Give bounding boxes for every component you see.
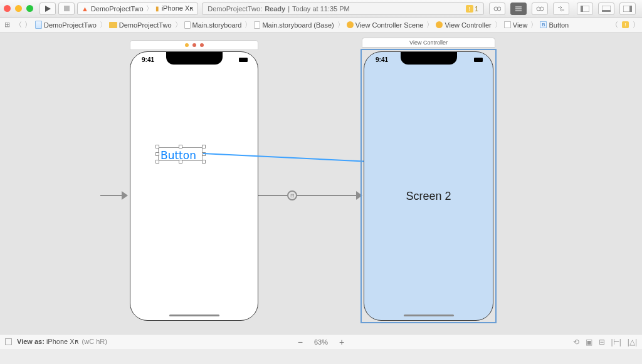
scene2-title: View Controller [409,39,448,46]
handle-mid-left[interactable] [155,152,159,156]
crumb-label: DemoProjectTwo [119,21,172,29]
first-responder-icon [192,43,196,47]
scheme-selector[interactable]: ▲ DemoProjectTwo 〉 ▮ iPhone Xʀ [77,3,198,15]
toggle-inspector-button[interactable] [619,3,636,15]
statusbar-time: 9:41 [142,56,154,63]
crumb-group[interactable]: DemoProjectTwo〉 [109,20,183,29]
crumb-storyboard[interactable]: Main.storyboard〉 [184,20,253,29]
interface-builder-canvas[interactable]: 9:41 Button ⊟ View Controller 9:41 Scr [0,33,642,349]
panel-visibility-group [577,3,638,15]
crumb-project[interactable]: DemoProjectTwo〉 [35,20,108,29]
handle-bot-left[interactable] [155,160,159,164]
run-button[interactable] [39,3,56,15]
scene-dot-icon [185,43,189,47]
view-as-traits: (wC hR) [82,338,107,345]
assistant-editor-button[interactable] [510,3,527,15]
warning-icon[interactable]: ! [622,21,629,28]
scheme-separator: 〉 [146,4,153,13]
crumb-viewcontroller[interactable]: View Controller〉 [436,20,502,29]
update-frames-icon[interactable]: ⟲ [573,338,579,346]
segue-arrow[interactable]: ⊟ [258,189,362,202]
handle-bot-right[interactable] [202,160,206,164]
history-back-icon[interactable]: 〈 [15,20,22,29]
view-as-device: iPhone Xʀ [46,338,79,345]
ui-button-element[interactable]: Button [160,149,196,162]
bottom-panel-icon [602,6,611,12]
standard-editor-button[interactable] [489,3,505,15]
jump-bar-right: 〈 ! 〉 [611,20,639,29]
simulator-icon: ▮ [155,5,159,12]
minimize-window-icon[interactable] [15,5,22,12]
toggle-debug-button[interactable] [598,3,614,15]
stop-button[interactable] [58,3,75,15]
jump-bar: ⊞ 〈 〉 DemoProjectTwo〉 DemoProjectTwo〉 Ma… [0,18,642,33]
exit-icon [200,43,204,47]
zoom-in-button[interactable]: + [339,337,344,347]
scene1-title-bar[interactable] [130,40,258,50]
align-icon[interactable]: ⊟ [599,338,605,346]
segue-line [258,195,356,196]
right-panel-icon [623,6,632,12]
xcode-toolbar: ▲ DemoProjectTwo 〉 ▮ iPhone Xʀ DemoProje… [0,0,642,18]
svg-rect-1 [64,6,70,11]
device-config-icon[interactable] [5,338,12,345]
canvas-bottom-bar: View as: iPhone Xʀ (wC hR) − 63% + ⟲ ▣ ⊟… [0,334,642,349]
crumb-view[interactable]: View〉 [504,20,539,29]
svg-rect-10 [581,6,583,12]
breadcrumb: DemoProjectTwo〉 DemoProjectTwo〉 Main.sto… [35,20,569,29]
zoom-controls: − 63% + [298,337,344,347]
arrow-head-icon [122,191,128,200]
arrow-line [100,195,123,196]
arrows-icon [557,6,565,12]
project-icon: ▲ [82,5,88,13]
viewcontroller-icon [436,21,443,28]
handle-top-mid[interactable] [179,145,182,148]
history-forward-icon[interactable]: 〉 [24,20,31,29]
view-as-label[interactable]: View as: iPhone Xʀ (wC hR) [17,338,107,346]
history-nav: 〈 〉 [15,20,31,29]
jump-back-icon[interactable]: 〈 [611,20,618,29]
crumb-storyboard-base[interactable]: Main.storyboard (Base)〉 [254,20,345,29]
statusbar-time: 9:41 [376,56,388,63]
zoom-window-icon[interactable] [26,5,33,12]
pin-icon[interactable]: |⊢| [611,338,621,346]
file-icon [254,21,260,29]
crumb-label: Main.storyboard [192,21,242,29]
editor-mode-group [489,3,572,15]
resolve-icon[interactable]: |△| [628,338,637,346]
activity-status-bar: DemoProjectTwo: Ready | Today at 11:35 P… [202,3,484,15]
ui-label-element[interactable]: Screen 2 [406,190,451,203]
battery-icon [474,58,483,62]
zoom-out-button[interactable]: − [298,337,303,347]
status-warnings[interactable]: ! 1 [466,5,478,13]
handle-top-left[interactable] [155,145,159,148]
zoom-value[interactable]: 63% [314,338,328,346]
version-editor-button[interactable] [532,3,548,15]
assistant-icon [493,5,501,13]
review-button[interactable] [553,3,569,15]
scene2-title-bar[interactable]: View Controller [362,38,495,48]
initial-vc-arrow[interactable] [100,189,128,202]
device-notch [166,52,223,65]
stop-icon [64,6,70,11]
close-window-icon[interactable] [4,5,11,12]
toggle-navigator-button[interactable] [577,3,593,15]
crumb-label: Main.storyboard (Base) [262,21,334,29]
scene1-device-frame[interactable]: 9:41 Button [130,51,258,321]
warning-count: 1 [475,5,478,13]
svg-rect-12 [602,10,611,12]
home-indicator [404,315,454,316]
related-items-icon[interactable]: ⊞ [3,21,11,29]
warning-icon: ! [466,5,473,13]
compare-icon [536,5,544,13]
embed-icon[interactable]: ▣ [586,338,592,346]
crumb-button[interactable]: BButton [540,21,569,29]
segue-kind-icon: ⊟ [287,190,297,200]
crumb-scene[interactable]: View Controller Scene〉 [347,20,435,29]
scene2-device-frame[interactable]: 9:41 Screen 2 [364,51,493,321]
play-icon [45,6,51,12]
handle-top-right[interactable] [202,145,206,148]
home-indicator [169,315,219,316]
status-state: Ready [265,5,285,13]
jump-forward-icon[interactable]: 〉 [633,20,639,29]
